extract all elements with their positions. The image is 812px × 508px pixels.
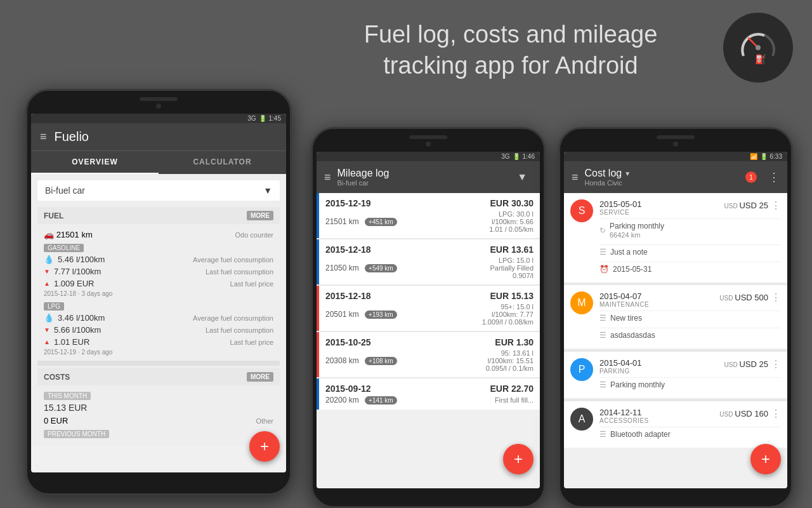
this-month-tag: THIS MONTH [44, 392, 91, 400]
p3-menu-icon[interactable]: ≡ [572, 171, 579, 184]
service-more-icon[interactable]: ⋮ [771, 199, 781, 211]
log-badge-3: +193 km [365, 311, 397, 319]
log-date-3: 2015-12-18 [325, 291, 371, 301]
p2-battery-icon: 🔋 [513, 153, 520, 160]
p2-subtitle: Bi-fuel car [337, 179, 511, 187]
log-detail3-2: 0.907/l [490, 272, 534, 279]
price-label: Last fuel price [230, 280, 273, 288]
acc-note-icon: ☰ [599, 430, 606, 439]
maint-note2-icon: ☰ [599, 331, 606, 340]
odo-row: 🚗 21501 km Odo counter [37, 228, 280, 241]
log-detail1-3: 95+: 15.0 l [482, 303, 534, 311]
cost-log-list: S 2015-05-01 SERVICE USD USD 25 [564, 193, 787, 448]
tab-overview[interactable]: OVERVIEW [31, 151, 159, 174]
log-km-4: 20308 km [325, 356, 359, 365]
service-type: SERVICE [599, 209, 642, 216]
tab-calculator[interactable]: CALCULATOR [159, 151, 286, 174]
lpg-avg-row: 💧 3.46 l/100km Average fuel consumption [37, 312, 280, 324]
notification-badge: 1 [745, 171, 757, 183]
log-entry-1: 2015-12-19 EUR 30.30 21501 km +451 km LP… [317, 193, 540, 238]
log-date-2: 2015-12-18 [325, 244, 371, 255]
phone2-status-bar: 3G 🔋 1:46 [317, 152, 540, 161]
log-badge-2: +549 km [365, 264, 397, 272]
log-detail1-1: LPG: 30.0 l [489, 210, 534, 218]
background: Fuel log, costs and mileage tracking app… [0, 0, 812, 508]
p3-title-group: Cost log ▼ Honda Civic [585, 168, 739, 187]
log-km-3: 20501 km [325, 310, 359, 319]
price-date: 2015-12-18 · 3 days ago [37, 290, 280, 300]
menu-icon[interactable]: ≡ [40, 130, 47, 144]
phone1-content: Bi-fuel car ▼ FUEL MORE 🚗 21501 km Odo c… [31, 174, 286, 446]
other-cost-row: 0 EUR Other [37, 414, 280, 427]
park-type: PARKING [599, 368, 642, 375]
log-detail3-4: 0.095/l / 0.1/km [486, 364, 534, 372]
p3-more-icon[interactable]: ⋮ [768, 170, 780, 184]
acc-type: ACCESSORIES [599, 417, 649, 424]
phone2-toolbar: ≡ Mileage log Bi-fuel car ▼ [317, 161, 540, 193]
hero-subtitle: tracking app for Android [383, 52, 638, 79]
phone3-screen: 📶 🔋 6:33 ≡ Cost log ▼ Honda Civic 1 ⋮ [564, 152, 787, 488]
log-km-1: 21501 km [325, 217, 359, 226]
p2-time: 1:46 [523, 153, 535, 160]
avatar-accessories: A [570, 408, 593, 431]
gasoline-tag: GASOLINE [44, 244, 84, 252]
log-detail2-5: First full fill... [495, 396, 534, 404]
phone3-status-bar: 📶 🔋 6:33 [564, 152, 787, 161]
avatar-maintenance: M [570, 291, 593, 314]
phone2-fab[interactable]: + [503, 444, 534, 474]
cost-entry-service: S 2015-05-01 SERVICE USD USD 25 [564, 193, 787, 283]
p2-dropdown-icon[interactable]: ▼ [517, 171, 527, 183]
last-price-row: ▲ 1.009 EUR Last fuel price [37, 277, 280, 290]
maint-sub2: ☰ asdasdasdas [599, 328, 781, 342]
log-km-2: 21050 km [325, 264, 359, 272]
phone1-speaker [140, 97, 178, 101]
arrow-down-icon: ▼ [44, 268, 50, 275]
fuel-label: FUEL [44, 211, 63, 220]
p3-fab-icon: + [761, 450, 770, 468]
costs-section-header: COSTS MORE [37, 368, 280, 385]
log-detail2-4: l/100km: 15.51 [486, 357, 534, 364]
odo-label: Odo counter [235, 231, 273, 239]
gauge-icon: ⛽ [723, 13, 793, 83]
log-amount-3: EUR 15.13 [490, 291, 534, 301]
p3-dropdown-icon[interactable]: ▼ [624, 170, 631, 177]
avg-label: Average fuel consumption [193, 256, 273, 264]
lpg-price-row: ▲ 1.01 EUR Last fuel price [37, 336, 280, 348]
other-cost: 0 EUR [44, 416, 68, 425]
cost-entry-accessories: A 2014-12-11 ACCESSORIES USD USD 160 [564, 401, 787, 448]
p3-time: 6:33 [770, 153, 782, 160]
time: 1:45 [269, 115, 281, 122]
costs-more-btn[interactable]: MORE [247, 372, 273, 382]
car-dropdown[interactable]: Bi-fuel car ▼ [37, 180, 280, 201]
lpg-tag: LPG [44, 302, 64, 311]
cost-entry-service-body: 2015-05-01 SERVICE USD USD 25 ⋮ [599, 199, 781, 276]
phone3-toolbar: ≡ Cost log ▼ Honda Civic 1 ⋮ [564, 161, 787, 193]
phone1-status-bar: 3G 🔋 1:45 [31, 114, 286, 123]
p2-menu-icon[interactable]: ≡ [324, 171, 331, 184]
log-entry-3: 2015-12-18 EUR 15.13 20501 km +193 km 95… [317, 286, 540, 331]
p2-title-group: Mileage log Bi-fuel car [337, 168, 511, 187]
fuel-more-btn[interactable]: MORE [247, 211, 273, 220]
maint-more-icon[interactable]: ⋮ [771, 291, 781, 304]
lpg-drop-icon: 💧 [44, 313, 54, 323]
acc-more-icon[interactable]: ⋮ [771, 408, 781, 420]
phone1-fab[interactable]: + [249, 431, 280, 462]
fab-icon: + [260, 438, 269, 455]
p3-title: Cost log [585, 168, 622, 179]
phone1: 3G 🔋 1:45 ≡ Fuelio OVERVIEW CALCULATOR B… [25, 89, 292, 495]
acc-date: 2014-12-11 [599, 408, 649, 417]
signal: 3G [247, 115, 256, 122]
log-detail2-1: l/100km: 5.66 [489, 218, 534, 225]
park-more-icon[interactable]: ⋮ [771, 358, 781, 370]
log-badge-1: +451 km [365, 218, 397, 226]
prev-month-tag: PREVIOUS MONTH [44, 430, 109, 438]
battery-icon: 🔋 [259, 115, 266, 122]
p3-subtitle: Honda Civic [585, 179, 739, 187]
log-detail1-2: LPG: 15.0 l [490, 257, 534, 264]
cost-entry-parking: P 2015-04-01 PARKING USD USD 25 [564, 352, 787, 398]
refresh-icon: ↻ [599, 226, 606, 235]
alarm-icon: ⏰ [599, 265, 609, 274]
costs-label: COSTS [44, 373, 70, 382]
lpg-last-label: Last fuel consumption [206, 326, 273, 334]
phone3-fab[interactable]: + [750, 444, 781, 474]
